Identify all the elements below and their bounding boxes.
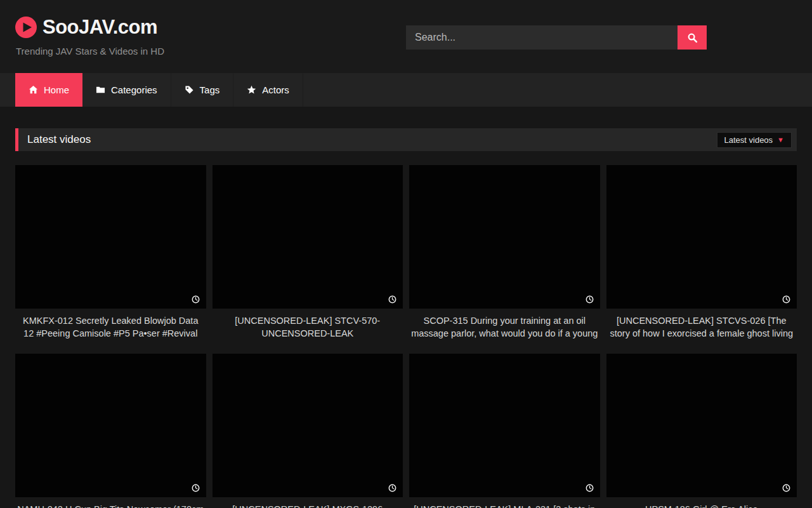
clock-icon <box>782 484 790 492</box>
video-card[interactable]: KMKFX-012 Secretly Leaked Blowjob Data 1… <box>15 165 206 340</box>
nav-item-categories[interactable]: Categories <box>82 73 171 107</box>
site-logo[interactable]: SooJAV.com <box>15 16 157 39</box>
video-title[interactable]: [UNCENSORED-LEAK] MLA-231 [3 shots in <box>409 503 600 508</box>
video-title[interactable]: HPSM-186 Girl @ Era Alice <box>606 503 797 508</box>
magnifier-icon <box>687 32 698 43</box>
clock-icon <box>782 295 790 304</box>
video-card[interactable]: NAMH-042 H Cup Big Tits Newcomer (170cm … <box>15 354 206 508</box>
nav-item-actors[interactable]: Actors <box>233 73 303 107</box>
video-thumbnail[interactable] <box>213 354 403 497</box>
video-thumbnail[interactable] <box>213 165 403 309</box>
clock-icon <box>388 295 396 304</box>
search-button[interactable] <box>678 25 707 50</box>
video-thumbnail[interactable] <box>15 165 206 309</box>
video-card[interactable]: [UNCENSORED-LEAK] STCV-570-UNCENSORED-LE… <box>213 165 403 340</box>
video-title[interactable]: NAMH-042 H Cup Big Tits Newcomer (170cm … <box>15 503 206 508</box>
video-card[interactable]: HPSM-186 Girl @ Era Alice <box>606 354 797 508</box>
nav-item-label: Categories <box>111 84 157 95</box>
star-icon <box>247 85 256 95</box>
clock-icon <box>192 295 200 304</box>
tag-icon <box>185 85 194 95</box>
video-grid: KMKFX-012 Secretly Leaked Blowjob Data 1… <box>15 165 797 508</box>
folder-icon <box>96 85 105 95</box>
clock-icon <box>192 484 200 492</box>
site-tagline: Trending JAV Stars & Videos in HD <box>16 46 164 57</box>
clock-icon <box>388 484 396 492</box>
caret-down-icon: ▼ <box>777 137 784 144</box>
site-title: SooJAV.com <box>43 16 157 39</box>
search-form <box>406 25 707 50</box>
clock-icon <box>586 295 594 304</box>
nav-item-label: Actors <box>262 84 289 95</box>
video-thumbnail[interactable] <box>606 354 797 497</box>
video-card[interactable]: [UNCENSORED-LEAK] MLA-231 [3 shots in <box>409 354 600 508</box>
video-thumbnail[interactable] <box>409 165 600 309</box>
nav-item-label: Home <box>44 84 69 95</box>
video-thumbnail[interactable] <box>409 354 600 497</box>
main-nav: Home Categories Tags Actors <box>0 73 812 107</box>
section-title: Latest videos <box>27 133 91 146</box>
section-header: Latest videos Latest videos ▼ <box>15 128 797 151</box>
video-title[interactable]: SCOP-315 During your training at an oil … <box>409 314 600 340</box>
video-thumbnail[interactable] <box>606 165 797 309</box>
video-title[interactable]: KMKFX-012 Secretly Leaked Blowjob Data 1… <box>15 314 206 340</box>
nav-item-tags[interactable]: Tags <box>171 73 234 107</box>
nav-item-home[interactable]: Home <box>15 73 82 107</box>
video-card[interactable]: [UNCENSORED-LEAK] MXGS-1296 Absolutely <box>213 354 403 508</box>
sort-dropdown-label: Latest videos <box>724 135 773 145</box>
video-thumbnail[interactable] <box>15 354 206 497</box>
video-card[interactable]: SCOP-315 During your training at an oil … <box>409 165 600 340</box>
video-title[interactable]: [UNCENSORED-LEAK] MXGS-1296 Absolutely <box>213 503 403 508</box>
video-card[interactable]: [UNCENSORED-LEAK] STCVS-026 [The story o… <box>606 165 797 340</box>
site-header: SooJAV.com Trending JAV Stars & Videos i… <box>0 0 812 73</box>
home-icon <box>29 85 38 95</box>
clock-icon <box>586 484 594 492</box>
video-title[interactable]: [UNCENSORED-LEAK] STCV-570-UNCENSORED-LE… <box>213 314 403 340</box>
video-title[interactable]: [UNCENSORED-LEAK] STCVS-026 [The story o… <box>606 314 797 340</box>
nav-item-label: Tags <box>200 84 220 95</box>
search-input[interactable] <box>406 25 678 50</box>
sort-dropdown[interactable]: Latest videos ▼ <box>717 132 792 148</box>
play-logo-icon <box>15 17 37 38</box>
